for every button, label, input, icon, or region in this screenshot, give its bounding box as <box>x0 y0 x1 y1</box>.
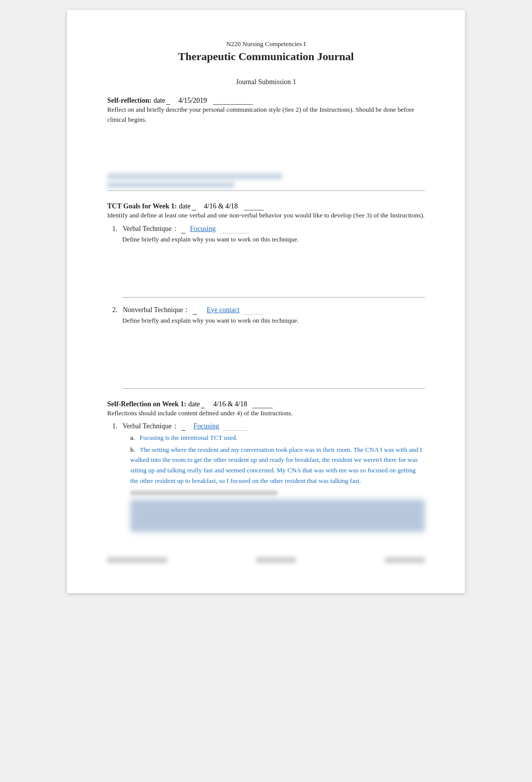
tct-goals-label: TCT Goals for Week 1: <box>107 202 177 210</box>
verbal-technique-label: Verbal Technique： <box>123 225 179 232</box>
verbal-technique-item: 1. Verbal Technique： Focusing Define bri… <box>107 224 425 298</box>
subtitle: N220 Nursing Competencies I <box>107 40 425 48</box>
self-reflection-section: Self-reflection: date 4/15/2019 Reflect … <box>107 95 425 191</box>
sr-verbal-number: 1. <box>112 422 118 430</box>
footer-right <box>385 557 425 563</box>
self-reflection-date-prefix: date <box>153 97 165 104</box>
self-reflection-week1-section: Self-Reflection on Week 1: date 4/16 & 4… <box>107 399 425 532</box>
verbal-writing-area[interactable] <box>122 247 425 298</box>
sr-sub-item-b: b. The setting where the resident and my… <box>112 445 425 486</box>
self-reflection-description: Reflect on and briefly describe your per… <box>107 105 425 124</box>
verbal-technique-description: Define briefly and explain why you want … <box>112 235 425 243</box>
blurred-continuation <box>112 490 425 532</box>
document-page: N220 Nursing Competencies I Therapeutic … <box>67 10 465 593</box>
tct-goals-header: TCT Goals for Week 1: date 4/16 & 4/18 <box>107 201 425 210</box>
sr-week1-date-value: 4/16 & 4/18 <box>213 400 247 408</box>
submission-title: Journal Submission 1 <box>107 78 425 86</box>
self-reflection-date: 4/15/2019 <box>178 97 207 104</box>
self-reflection-week1-label: Self-Reflection on Week 1: <box>107 400 186 408</box>
sr-sub-a-text: Focusing is the intentional TCT used. <box>140 434 237 441</box>
sr-verbal-label: Verbal Technique： <box>123 422 179 430</box>
self-reflection-writing-area[interactable] <box>107 128 425 191</box>
sr-sub-b-label: b. <box>130 446 135 453</box>
nonverbal-technique-value: Eye contact <box>206 306 239 314</box>
self-reflection-week1-header: Self-Reflection on Week 1: date 4/16 & 4… <box>107 399 425 408</box>
sr-sub-item-a: a. Focusing is the intentional TCT used. <box>112 433 425 443</box>
sr-verbal-technique-item: 1. Verbal Technique： Focusing a. Focusin… <box>107 422 425 532</box>
footer-center <box>256 557 296 563</box>
self-reflection-header: Self-reflection: date 4/15/2019 <box>107 95 425 105</box>
document-title: Therapeutic Communication Journal <box>107 50 425 63</box>
nonverbal-item-number: 2. <box>112 306 118 314</box>
tct-goals-description: Identify and define at least one verbal … <box>107 210 425 220</box>
sr-week1-description: Reflections should include content defin… <box>107 408 425 418</box>
document-footer <box>107 552 425 563</box>
document-header: N220 Nursing Competencies I Therapeutic … <box>107 40 425 63</box>
footer-left <box>107 557 167 563</box>
sr-sub-b-text: The setting where the resident and my co… <box>130 446 422 484</box>
sr-sub-a-label: a. <box>130 434 135 441</box>
tct-date-value: 4/16 & 4/18 <box>204 202 238 210</box>
verbal-item-number: 1. <box>112 225 118 232</box>
tct-date-prefix: date <box>179 202 190 210</box>
self-reflection-label: Self-reflection: <box>107 97 151 104</box>
nonverbal-technique-item: 2. Nonverbal Technique： Eye contact Defi… <box>107 306 425 389</box>
nonverbal-technique-label: Nonverbal Technique： <box>123 306 190 314</box>
nonverbal-writing-area[interactable] <box>122 329 425 389</box>
sr-verbal-technique: Focusing <box>193 422 219 430</box>
tct-goals-section: TCT Goals for Week 1: date 4/16 & 4/18 I… <box>107 201 425 389</box>
sr-week1-date-prefix: date <box>188 400 200 408</box>
verbal-technique-value: Focusing <box>190 225 215 232</box>
nonverbal-technique-description: Define briefly and explain why you want … <box>112 317 425 325</box>
